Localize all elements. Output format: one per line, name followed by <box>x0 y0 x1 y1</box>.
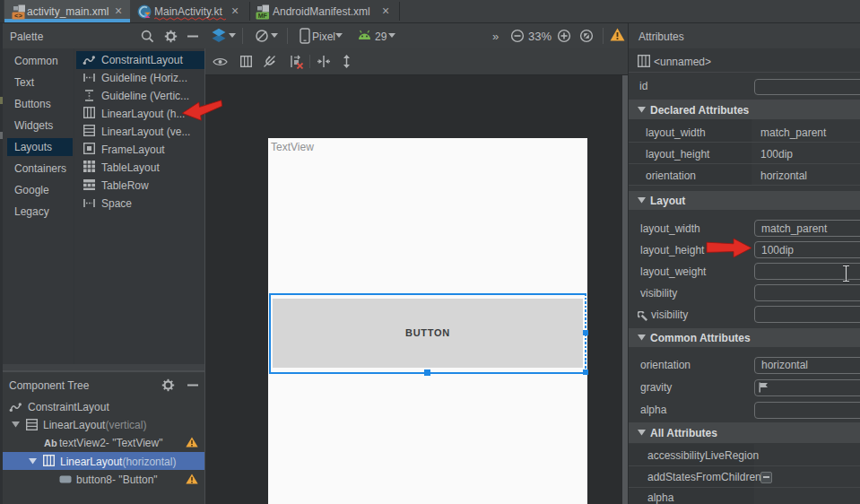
svg-text:MF: MF <box>258 13 268 19</box>
svg-text:<>: <> <box>14 12 22 20</box>
